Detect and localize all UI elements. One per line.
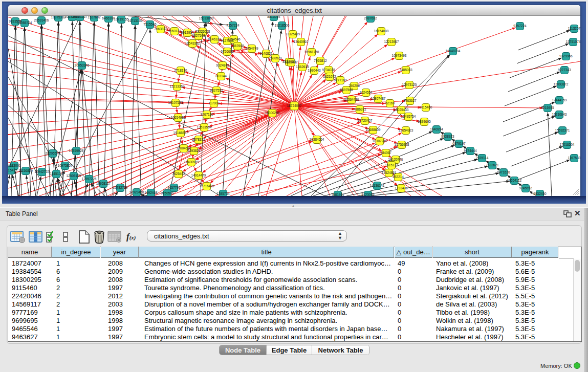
svg-text:9827503: 9827503 (192, 34, 205, 37)
svg-text:9734028: 9734028 (322, 68, 335, 72)
svg-text:15756928: 15756928 (395, 143, 409, 146)
svg-text:12973125: 12973125 (402, 83, 417, 86)
svg-text:13524851: 13524851 (382, 171, 397, 174)
svg-text:13640910: 13640910 (294, 40, 309, 43)
svg-text:13654923: 13654923 (399, 128, 413, 132)
svg-text:6466160: 6466160 (102, 16, 115, 20)
svg-text:6899695: 6899695 (418, 120, 431, 123)
svg-text:20691406: 20691406 (34, 18, 49, 22)
svg-text:9146821: 9146821 (259, 52, 273, 55)
svg-text:12942737: 12942737 (35, 170, 50, 173)
svg-text:9463627: 9463627 (403, 99, 417, 102)
svg-text:3878332: 3878332 (192, 138, 205, 141)
svg-text:10782759: 10782759 (113, 186, 128, 189)
svg-text:12923468: 12923468 (129, 190, 144, 194)
svg-text:19218506: 19218506 (275, 24, 290, 27)
svg-text:20364436: 20364436 (344, 98, 359, 101)
svg-text:1990443: 1990443 (308, 69, 321, 72)
svg-text:1733426: 1733426 (395, 186, 408, 190)
svg-text:1640954: 1640954 (430, 127, 443, 131)
svg-text:13495754: 13495754 (401, 115, 416, 118)
svg-text:16033809: 16033809 (199, 16, 214, 20)
svg-text:16648784: 16648784 (446, 49, 461, 53)
svg-text:62160: 62160 (385, 101, 395, 105)
svg-text:15716485: 15716485 (200, 184, 214, 188)
svg-text:23226058: 23226058 (195, 30, 210, 33)
svg-text:1692468: 1692468 (144, 191, 158, 194)
svg-text:9329966: 9329966 (559, 54, 573, 58)
svg-text:1624554: 1624554 (359, 91, 373, 94)
svg-text:14136141: 14136141 (370, 184, 385, 187)
svg-text:19384554: 19384554 (310, 138, 324, 141)
svg-text:2087682: 2087682 (364, 16, 377, 20)
svg-text:7663822: 7663822 (154, 27, 167, 31)
svg-text:12505135: 12505135 (67, 174, 81, 178)
svg-text:7581911: 7581911 (332, 193, 344, 196)
svg-text:7485003: 7485003 (399, 68, 412, 72)
svg-text:3267110: 3267110 (201, 113, 213, 116)
svg-text:10688609: 10688609 (366, 128, 381, 132)
svg-text:746206: 746206 (349, 84, 360, 87)
svg-text:15692371: 15692371 (555, 128, 570, 132)
svg-text:15720407: 15720407 (358, 119, 373, 122)
svg-text:9777169: 9777169 (334, 78, 347, 82)
svg-text:13325419: 13325419 (286, 32, 300, 36)
svg-text:13533594: 13533594 (197, 125, 212, 129)
svg-text:16713155: 16713155 (128, 19, 143, 23)
svg-text:984067: 984067 (380, 151, 391, 155)
svg-text:6756685: 6756685 (221, 50, 234, 53)
svg-text:9324848: 9324848 (216, 63, 229, 67)
svg-text:803144: 803144 (215, 74, 227, 78)
svg-text:1322037: 1322037 (285, 60, 298, 64)
svg-text:1285734: 1285734 (216, 192, 230, 195)
svg-text:8146323: 8146323 (208, 37, 221, 41)
svg-text:10107533: 10107533 (168, 101, 183, 104)
svg-text:7955812: 7955812 (314, 59, 327, 62)
svg-text:10973493: 10973493 (392, 54, 407, 57)
svg-text:12444159: 12444159 (552, 98, 567, 102)
svg-text:3915433: 3915433 (8, 168, 17, 172)
svg-text:117003: 117003 (208, 101, 220, 105)
svg-text:8454749: 8454749 (245, 47, 258, 50)
svg-text:10653257: 10653257 (73, 16, 88, 18)
svg-text:7625402: 7625402 (172, 172, 185, 176)
svg-text:9357224: 9357224 (513, 24, 527, 28)
svg-text:2718170: 2718170 (174, 69, 187, 72)
svg-text:1527602: 1527602 (88, 16, 101, 19)
svg-text:8215955: 8215955 (541, 106, 554, 110)
svg-text:1167533: 1167533 (568, 156, 580, 160)
svg-text:14914479: 14914479 (191, 173, 206, 177)
svg-text:8938923: 8938923 (441, 135, 454, 138)
svg-text:12093872: 12093872 (554, 82, 569, 86)
svg-text:12400989: 12400989 (184, 160, 199, 164)
svg-text:26206576: 26206576 (46, 151, 60, 155)
svg-text:9657791: 9657791 (167, 186, 181, 189)
svg-text:10975382: 10975382 (51, 16, 66, 19)
svg-text:4083001: 4083001 (8, 164, 21, 167)
svg-text:2367608: 2367608 (231, 44, 244, 48)
svg-text:17359928: 17359928 (69, 149, 84, 152)
svg-text:10654983: 10654983 (171, 116, 186, 119)
svg-text:9227343: 9227343 (558, 68, 571, 72)
svg-text:1615132: 1615132 (385, 163, 398, 167)
svg-text:252214: 252214 (393, 175, 404, 179)
svg-text:18300295: 18300295 (265, 111, 280, 115)
svg-text:9160123: 9160123 (168, 29, 181, 33)
svg-text:2588520: 2588520 (269, 56, 282, 60)
svg-text:7632621: 7632621 (486, 163, 499, 167)
svg-text:17016504: 17016504 (560, 143, 575, 146)
svg-text:1254546: 1254546 (227, 37, 241, 41)
svg-text:8471626: 8471626 (497, 170, 510, 174)
svg-text:11156829: 11156829 (18, 169, 33, 172)
svg-text:9474444: 9474444 (464, 149, 477, 152)
svg-text:10719155: 10719155 (114, 17, 129, 21)
svg-text:1621072: 1621072 (323, 75, 336, 78)
svg-text:12213967: 12213967 (384, 40, 399, 43)
svg-text:10654112: 10654112 (507, 179, 522, 182)
svg-text:8813054: 8813054 (267, 16, 280, 18)
svg-text:14055724: 14055724 (17, 21, 32, 25)
svg-text:15751074: 15751074 (566, 40, 580, 43)
svg-text:9827552: 9827552 (210, 89, 223, 92)
svg-text:7386372: 7386372 (353, 107, 366, 111)
svg-text:19166827: 19166827 (173, 131, 188, 135)
